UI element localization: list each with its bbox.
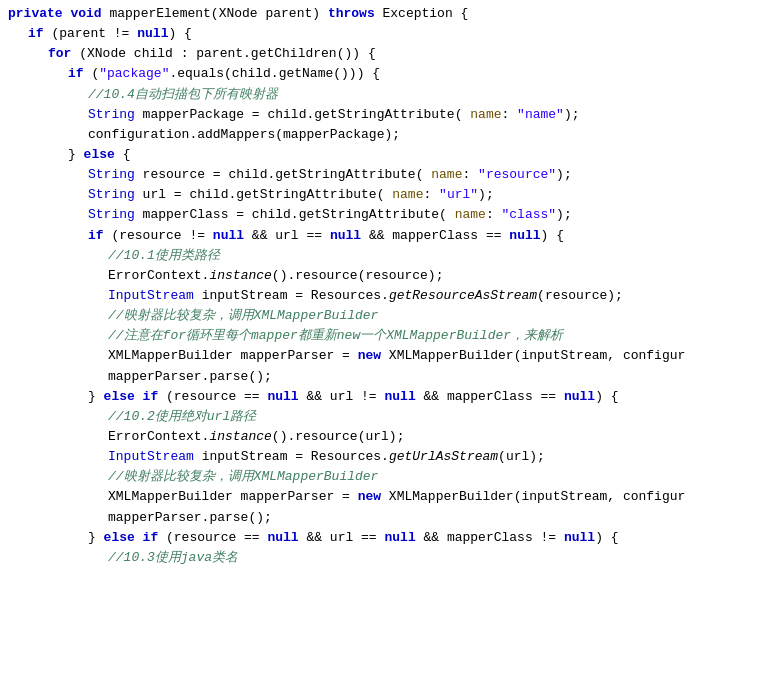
code-token: ); [478, 185, 494, 205]
code-line: //10.2使用绝对url路径 [0, 407, 764, 427]
code-token: ( [84, 64, 100, 84]
code-token: : parent.getChildren()) { [173, 44, 376, 64]
code-token: null [384, 387, 415, 407]
code-token: XMLMapperBuilder mapperParser = [108, 346, 358, 366]
code-token: name [392, 185, 423, 205]
code-token: (resource == [158, 387, 267, 407]
code-line: } else { [0, 145, 764, 165]
code-token: //10.4自动扫描包下所有映射器 [88, 85, 278, 105]
code-token: name [470, 105, 501, 125]
code-token: //映射器比较复杂，调用XMLMapperBuilder [108, 306, 378, 326]
code-token: { [115, 145, 131, 165]
code-token: //10.1使用类路径 [108, 246, 220, 266]
code-container: private void mapperElement(XNode parent)… [0, 0, 764, 572]
code-token: && mapperClass == [416, 387, 564, 407]
code-token: null [564, 387, 595, 407]
code-token: String [88, 165, 135, 185]
code-line: //映射器比较复杂，调用XMLMapperBuilder [0, 467, 764, 487]
code-token: if [28, 24, 44, 44]
code-token: mapperParser.parse(); [108, 367, 272, 387]
code-line: //10.4自动扫描包下所有映射器 [0, 85, 764, 105]
code-token: //10.2使用绝对url路径 [108, 407, 256, 427]
code-token: .equals(child.getName())) { [169, 64, 380, 84]
code-token: (XNode [71, 44, 133, 64]
code-line: String resource = child.getStringAttribu… [0, 165, 764, 185]
code-line: for (XNode child : parent.getChildren())… [0, 44, 764, 64]
code-token: for [48, 44, 71, 64]
code-token: (url); [498, 447, 545, 467]
code-token: (resource != [104, 226, 213, 246]
code-token: //注意在for循环里每个mapper都重新new一个XMLMapperBuil… [108, 326, 563, 346]
code-token: null [564, 528, 595, 548]
code-token: resource = child.getStringAttribute( [135, 165, 431, 185]
code-token: instance [209, 266, 271, 286]
code-token: ErrorContext. [108, 427, 209, 447]
code-token: && url != [299, 387, 385, 407]
code-line: String mapperClass = child.getStringAttr… [0, 205, 764, 225]
code-token: mapperParser.parse(); [108, 508, 272, 528]
code-token: else if [104, 528, 159, 548]
code-token: (parent != [44, 24, 138, 44]
code-token: throws [328, 4, 375, 24]
code-token: ) { [595, 387, 618, 407]
code-line: String url = child.getStringAttribute( n… [0, 185, 764, 205]
code-token: name [455, 205, 486, 225]
code-line: //10.1使用类路径 [0, 246, 764, 266]
code-token: : [502, 105, 518, 125]
code-token: XMLMapperBuilder(inputStream, configur [381, 487, 685, 507]
code-token: : [486, 205, 502, 225]
code-token: if [88, 226, 104, 246]
code-token: ); [556, 205, 572, 225]
code-line: //映射器比较复杂，调用XMLMapperBuilder [0, 306, 764, 326]
code-token: //映射器比较复杂，调用XMLMapperBuilder [108, 467, 378, 487]
code-token: "package" [99, 64, 169, 84]
code-token: String [88, 185, 135, 205]
code-token [63, 4, 71, 24]
code-token: && url == [244, 226, 330, 246]
code-token: : [462, 165, 478, 185]
code-token: } [88, 387, 104, 407]
code-token: url = child.getStringAttribute( [135, 185, 392, 205]
code-token: if [68, 64, 84, 84]
code-line: InputStream inputStream = Resources.getR… [0, 286, 764, 306]
code-token: null [384, 528, 415, 548]
code-token: void [70, 4, 101, 24]
code-token: instance [209, 427, 271, 447]
code-line: if (resource != null && url == null && m… [0, 226, 764, 246]
code-token: new [358, 346, 381, 366]
code-token: InputStream [108, 286, 194, 306]
code-line: ErrorContext.instance().resource(url); [0, 427, 764, 447]
code-line: private void mapperElement(XNode parent)… [0, 4, 764, 24]
code-token: null [509, 226, 540, 246]
code-token: ().resource(url); [272, 427, 405, 447]
code-token: ) { [541, 226, 564, 246]
code-token: ); [556, 165, 572, 185]
code-line: mapperParser.parse(); [0, 367, 764, 387]
code-token: null [213, 226, 244, 246]
code-token: mapperElement(XNode parent) [102, 4, 328, 24]
code-line: mapperParser.parse(); [0, 508, 764, 528]
code-token: name [431, 165, 462, 185]
code-token: InputStream [108, 447, 194, 467]
code-token: getUrlAsStream [389, 447, 498, 467]
code-line: if (parent != null) { [0, 24, 764, 44]
code-token: getResourceAsStream [389, 286, 537, 306]
code-token: XMLMapperBuilder mapperParser = [108, 487, 358, 507]
code-line: if ("package".equals(child.getName())) { [0, 64, 764, 84]
code-token: "resource" [478, 165, 556, 185]
code-token: XMLMapperBuilder(inputStream, configur [381, 346, 685, 366]
code-token: mapperClass = child.getStringAttribute( [135, 205, 455, 225]
code-token: "url" [439, 185, 478, 205]
code-token: ) { [168, 24, 191, 44]
code-token: (resource); [537, 286, 623, 306]
code-token: ); [564, 105, 580, 125]
code-token: else [84, 145, 115, 165]
code-token: null [330, 226, 361, 246]
code-line: ErrorContext.instance().resource(resourc… [0, 266, 764, 286]
code-token: inputStream = Resources. [194, 447, 389, 467]
code-token: : [423, 185, 439, 205]
code-line: configuration.addMappers(mapperPackage); [0, 125, 764, 145]
code-token: "name" [517, 105, 564, 125]
code-line: XMLMapperBuilder mapperParser = new XMLM… [0, 346, 764, 366]
code-token: && mapperClass == [361, 226, 509, 246]
